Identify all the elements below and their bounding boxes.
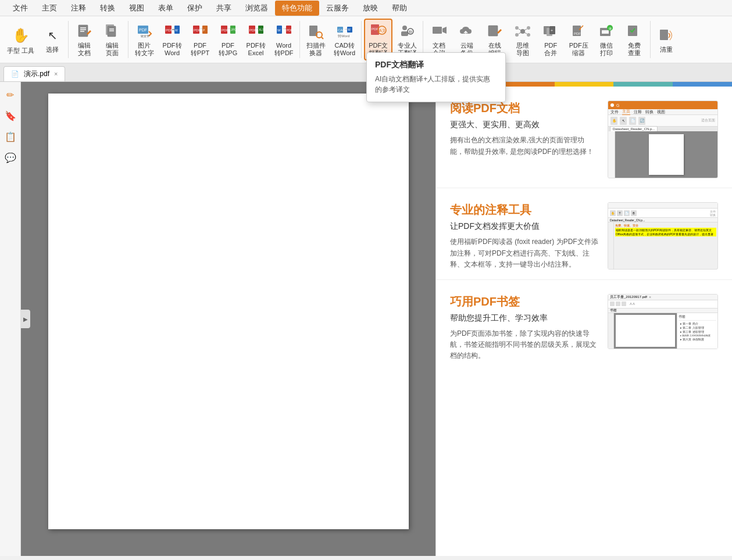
bm-panel: 书签 ▸ 第一章 简介 ▸ 第二章 入职管理 ▸ 第三章 述职管理 ▸ 第四章 …: [677, 313, 717, 349]
menu-cloud[interactable]: 云服务: [319, 1, 356, 16]
pdf-to-excel-label: PDF转Excel: [247, 42, 266, 57]
bm-toolbar: A A: [608, 300, 717, 308]
mt-icon-3: 📄: [629, 117, 636, 125]
sidebar-pages-icon[interactable]: 📋: [2, 128, 19, 145]
menu-help[interactable]: 帮助: [385, 1, 414, 16]
mt-icon-2: ↖: [620, 117, 627, 125]
svg-rect-0: [78, 25, 88, 37]
svg-text:翻: 翻: [409, 30, 412, 34]
online-edit-icon: [485, 22, 504, 41]
menu-present[interactable]: 放映: [356, 1, 385, 16]
sidebar-comment-icon[interactable]: 💬: [2, 149, 19, 166]
word-to-pdf-button[interactable]: W→PDF Word转PDF: [270, 19, 297, 60]
menu-form[interactable]: 表单: [151, 1, 180, 16]
menu-file[interactable]: 文件: [6, 1, 35, 16]
annot-toolbar: ✋ T 📄 B 文件转换: [608, 209, 717, 218]
svg-text:W: W: [277, 28, 281, 32]
menu-home[interactable]: 主页: [35, 1, 64, 16]
mini-menu-view: 视图: [657, 109, 665, 115]
bm-topbar: 员工手册_20120917.pdf ×: [608, 295, 717, 300]
svg-point-60: [515, 33, 519, 37]
menu-protect[interactable]: 保护: [180, 1, 209, 16]
annot-tool-3: 📄: [624, 210, 630, 216]
hand-tool-label: 手型 工具: [7, 47, 34, 55]
scan-replace-button[interactable]: 扫描件换器: [302, 19, 329, 60]
sidebar-collapse-arrow[interactable]: ▶: [21, 310, 30, 328]
cad-to-word-button[interactable]: CAD→W转Word CAD转转Word: [330, 19, 359, 60]
menu-convert[interactable]: 转换: [93, 1, 122, 16]
bm-pdf-area: [614, 313, 677, 349]
mind-map-button[interactable]: 思维导图: [509, 19, 536, 60]
mini-toolbar-right: 适合页面: [701, 118, 715, 123]
select-icon: ↖: [43, 26, 62, 45]
pdf-to-jpg-button[interactable]: PDF→JPG PDF转JPG: [215, 19, 241, 60]
mini-page-1: [649, 134, 684, 175]
bookmark-subtitle: 帮助您提升工作、学习效率: [450, 313, 598, 324]
svg-rect-5: [108, 26, 116, 37]
annotation-screenshot: ✋ T 📄 B 文件转换 Datasheet_Reader_CN.p... 免费…: [608, 202, 718, 270]
menu-features[interactable]: 特色功能: [275, 1, 319, 16]
svg-text:文: 文: [382, 28, 386, 33]
sidebar-edit-icon[interactable]: ✏: [2, 87, 19, 103]
expert-translate-icon: 翻: [398, 22, 416, 41]
mini-menu-conv: 转换: [645, 109, 654, 115]
bookmark-desc: 为PDF页面添加书签，除了实现内容的快速导航，书签还能指明不同书签的层级关系，展…: [450, 328, 598, 362]
pdf-to-word-button[interactable]: PDF→W PDF转Word: [159, 19, 185, 60]
mini-topbar-1: G: [608, 101, 717, 109]
annotation-text: 专业的注释工具 让PDF文档发挥更大价值 使用福昕PDF阅读器 (foxit r…: [450, 202, 598, 270]
free-check-button[interactable]: 免费查重: [621, 19, 648, 60]
bm-panel-title: 书签: [679, 314, 716, 321]
edit-doc-icon: [75, 22, 94, 41]
pdf-compress-icon: PDF: [569, 22, 588, 41]
separator-3: [299, 21, 300, 58]
right-panel: 阅读PDF文档 更强大、更实用、更高效 拥有出色的文档渲染效果,强大的页面管理功…: [435, 82, 732, 556]
sidebar-bookmark-icon[interactable]: 🔖: [2, 107, 19, 124]
menu-browser[interactable]: 浏览器: [238, 1, 275, 16]
pdf-compress-button[interactable]: PDF PDF压缩器: [565, 19, 592, 60]
svg-point-57: [520, 29, 525, 34]
menu-share[interactable]: 共享: [209, 1, 238, 16]
mini-app-1: G 文件 主页 注释 转换 视图 ✋ ↖ 📄 🔄 适合页面: [608, 101, 717, 178]
scan-restore-icon: [657, 26, 676, 45]
menu-view[interactable]: 视图: [122, 1, 151, 16]
mini-sidebar-1: [608, 131, 615, 178]
wechat-print-button[interactable]: 微 微信打印: [593, 19, 620, 60]
svg-line-59: [519, 29, 521, 30]
bookmark-text: 巧用PDF书签 帮助您提升工作、学习效率 为PDF页面添加书签，除了实现内容的快…: [450, 294, 598, 362]
tab-close-button[interactable]: ×: [54, 70, 58, 77]
pdf-merge-label: PDF合并: [544, 42, 557, 57]
bm-tool-2: [616, 301, 620, 306]
bm-body: 书签 ▸ 第一章 简介 ▸ 第二章 入职管理 ▸ 第三章 述职管理 ▸ 第四章 …: [608, 313, 717, 349]
read-pdf-screenshot: G 文件 主页 注释 转换 视图 ✋ ↖ 📄 🔄 适合页面: [608, 100, 718, 178]
bm-left-sidebar: [608, 313, 614, 349]
pdf-tab[interactable]: 📄 演示.pdf ×: [3, 66, 65, 81]
pdf-view-area[interactable]: [21, 82, 435, 556]
pdf-to-ppt-icon: PDF→P: [191, 22, 209, 41]
main-area: ✏ 🔖 📋 💬 ▶ 阅读PDF文档 更强大、更实用、更高效 拥有出色的文档渲染效…: [0, 82, 732, 556]
word-to-pdf-label: Word转PDF: [274, 42, 294, 57]
pdf-merge-button[interactable]: + PDF合并: [537, 19, 564, 60]
svg-point-64: [527, 33, 530, 37]
edit-doc-button[interactable]: 编辑文档: [71, 19, 98, 60]
mini-menu-home: 主页: [622, 109, 630, 115]
pdf-to-ppt-label: PDF转PPT: [191, 42, 209, 57]
select-tool-button[interactable]: ↖ 选择: [39, 19, 66, 60]
svg-point-50: [402, 26, 407, 30]
edit-page-label: 编辑页面: [106, 42, 119, 57]
wechat-print-icon: 微: [597, 22, 616, 41]
hand-tool-button[interactable]: ✋ 手型 工具: [3, 19, 38, 60]
scan-restore-button[interactable]: 清重: [653, 19, 680, 60]
pdf-to-excel-button[interactable]: PDF→XLS PDF转Excel: [242, 19, 269, 60]
pdf-to-ppt-button[interactable]: PDF→P PDF转PPT: [187, 19, 213, 60]
edit-doc-label: 编辑文档: [78, 42, 91, 57]
word-to-pdf-icon: W→PDF: [274, 22, 293, 41]
pic-to-text-label: 图片转文字: [135, 42, 154, 57]
edit-page-button[interactable]: 编辑页面: [99, 19, 126, 60]
svg-text:PDF: PDF: [139, 28, 147, 32]
read-pdf-text: 阅读PDF文档 更强大、更实用、更高效 拥有出色的文档渲染效果,强大的页面管理功…: [450, 100, 598, 157]
pic-to-text-button[interactable]: PDF转文字 图片转文字: [131, 19, 158, 60]
mini-tab-bar-1: Datasheet_Reader_CN.p...: [608, 127, 717, 131]
annot-convert-label: 文件转换: [710, 210, 716, 217]
menu-annotate[interactable]: 注释: [64, 1, 93, 16]
bm-filename: 员工手册_20120917.pdf: [610, 295, 647, 300]
